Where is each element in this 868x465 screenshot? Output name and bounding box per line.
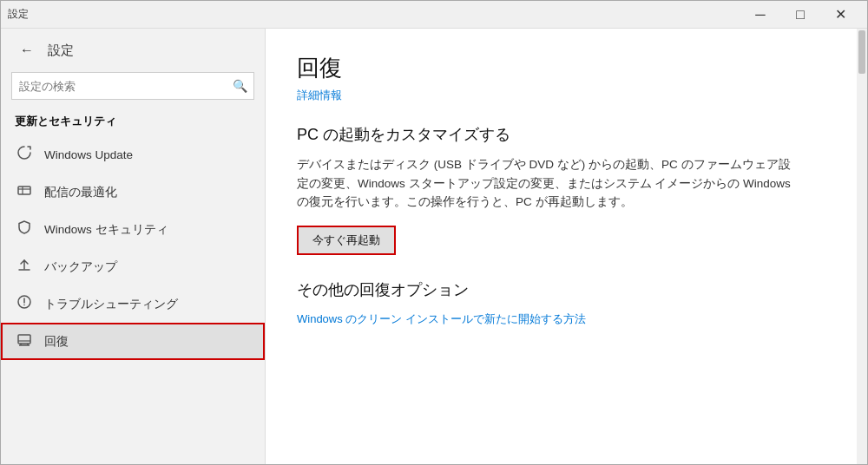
title-bar-title: 設定 <box>8 7 29 22</box>
sidebar-item-backup[interactable]: バックアップ <box>1 248 265 285</box>
security-icon <box>15 219 34 239</box>
sidebar-item-recovery[interactable]: 回復 <box>1 323 265 360</box>
backup-icon <box>15 257 34 277</box>
detail-link[interactable]: 詳細情報 <box>297 88 342 103</box>
troubleshoot-icon <box>15 294 34 314</box>
restore-button[interactable]: □ <box>780 1 820 29</box>
restart-now-button[interactable]: 今すぐ再起動 <box>297 226 396 255</box>
minimize-button[interactable]: ─ <box>740 1 780 29</box>
sidebar-item-delivery[interactable]: 配信の最適化 <box>1 174 265 211</box>
clean-install-link[interactable]: Windows のクリーン インストールで新たに開始する方法 <box>297 312 586 325</box>
close-button[interactable]: ✕ <box>820 1 860 29</box>
title-bar: 設定 ─ □ ✕ <box>1 1 867 29</box>
main-panel: 回復 詳細情報 PC の起動をカスタマイズする デバイスまたはディスク (USB… <box>266 29 867 464</box>
scrollbar-thumb[interactable] <box>858 30 865 74</box>
sidebar-header: ← 設定 <box>1 29 265 67</box>
sidebar-item-label-delivery: 配信の最適化 <box>44 185 117 200</box>
recovery-icon <box>15 331 34 351</box>
title-bar-controls: ─ □ ✕ <box>740 1 860 29</box>
sidebar-item-troubleshoot[interactable]: トラブルシューティング <box>1 285 265 323</box>
svg-rect-7 <box>18 335 30 344</box>
update-icon <box>15 145 34 165</box>
sidebar-item-label-windows-update: Windows Update <box>44 148 133 161</box>
sidebar-item-label-troubleshoot: トラブルシューティング <box>44 297 178 312</box>
sidebar: ← 設定 🔍 更新とセキュリティ Windows Update <box>1 29 266 464</box>
sidebar-item-security[interactable]: Windows セキュリティ <box>1 211 265 248</box>
title-bar-left: 設定 <box>8 7 29 22</box>
settings-window: 設定 ─ □ ✕ ← 設定 🔍 更新とセキュリティ <box>0 0 868 465</box>
svg-rect-0 <box>18 187 30 194</box>
content-area: ← 設定 🔍 更新とセキュリティ Windows Update <box>1 29 867 464</box>
svg-point-6 <box>23 305 25 306</box>
scrollbar[interactable] <box>857 29 867 464</box>
delivery-icon <box>15 182 34 202</box>
back-button[interactable]: ← <box>15 41 39 60</box>
search-input[interactable] <box>12 80 226 93</box>
section1-title: PC の起動をカスタマイズする <box>297 124 836 145</box>
section-label: 更新とセキュリティ <box>1 108 265 136</box>
sidebar-item-label-backup: バックアップ <box>44 259 117 275</box>
page-title: 回復 <box>297 53 836 83</box>
sidebar-app-title: 設定 <box>48 43 74 59</box>
section1-desc: デバイスまたはディスク (USB ドライブや DVD など) からの起動、PC … <box>297 155 800 212</box>
search-icon[interactable]: 🔍 <box>226 72 253 100</box>
section2-title: その他の回復オプション <box>297 279 836 300</box>
sidebar-item-label-security: Windows セキュリティ <box>44 222 168 238</box>
sidebar-item-windows-update[interactable]: Windows Update <box>1 136 265 174</box>
sidebar-item-label-recovery: 回復 <box>44 334 69 350</box>
search-box[interactable]: 🔍 <box>11 72 254 100</box>
